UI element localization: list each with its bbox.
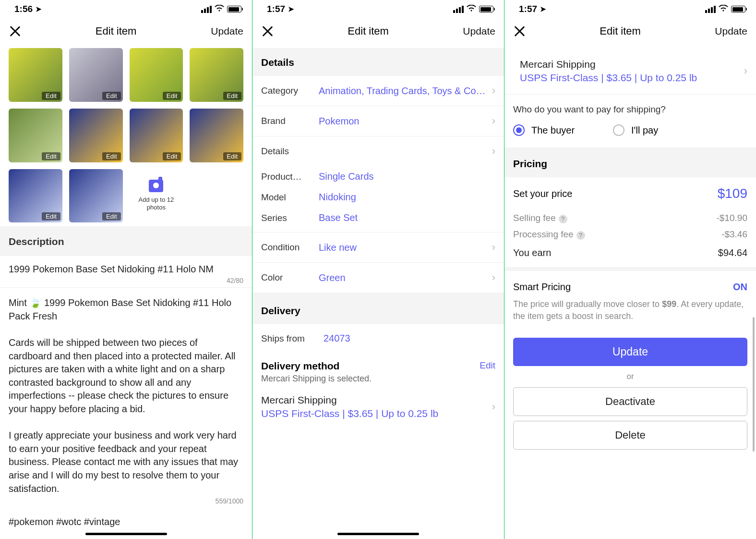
status-icons (453, 4, 493, 14)
add-photo-button[interactable]: Add up to 12 photos (130, 169, 183, 223)
chevron-right-icon: › (492, 85, 495, 97)
edit-photo-button[interactable]: Edit (102, 212, 120, 220)
smart-pricing-row[interactable]: Smart Pricing ON (504, 271, 756, 296)
location-icon: ➤ (288, 5, 294, 13)
description-value: Mint 🍃 1999 Pokemon Base Set Nidoking #1… (9, 296, 243, 495)
scrollbar[interactable] (753, 317, 755, 452)
chevron-right-icon: › (492, 401, 495, 413)
smart-pricing-desc: The price will gradually move closer to … (504, 296, 756, 333)
shipping-detail: USPS First-Class | $3.65 | Up to 0.25 lb (520, 72, 739, 84)
battery-icon (479, 6, 493, 12)
home-indicator[interactable] (85, 533, 167, 535)
edit-delivery-link[interactable]: Edit (480, 360, 495, 371)
page-title: Edit item (96, 25, 137, 37)
product-row: Product… Single Cards (252, 166, 504, 187)
product-value: Single Cards (319, 171, 495, 182)
category-value: Animation, Trading Cards, Toys & Collec… (319, 86, 487, 97)
processing-fee-value: -$3.46 (721, 229, 747, 240)
radio-icon (513, 124, 525, 136)
chevron-right-icon: › (744, 65, 747, 77)
photo-thumb[interactable]: Edit (69, 169, 123, 223)
location-icon: ➤ (36, 5, 42, 13)
brand-row[interactable]: Brand Pokemon › (252, 106, 504, 136)
signal-icon (201, 6, 212, 13)
close-icon[interactable] (513, 25, 526, 37)
edit-photo-button[interactable]: Edit (42, 92, 60, 100)
edit-photo-button[interactable]: Edit (223, 152, 241, 160)
description-header: Description (0, 226, 252, 256)
deactivate-button[interactable]: Deactivate (513, 387, 747, 416)
edit-photo-button[interactable]: Edit (42, 152, 60, 160)
photo-thumb[interactable]: Edit (9, 169, 62, 223)
edit-photo-button[interactable]: Edit (102, 152, 120, 160)
edit-photo-button[interactable]: Edit (223, 92, 241, 100)
set-price-row[interactable]: Set your price $109 (504, 177, 756, 210)
edit-photo-button[interactable]: Edit (163, 152, 181, 160)
photo-thumb[interactable]: Edit (69, 109, 123, 162)
signal-icon (705, 6, 716, 13)
details-label: Details (261, 146, 314, 157)
help-icon[interactable]: ? (559, 215, 567, 223)
radio-seller-label: I'll pay (631, 125, 658, 136)
status-time: 1:57 (519, 4, 537, 14)
processing-fee-label: Processing fee (513, 229, 574, 239)
photo-thumb[interactable]: Edit (190, 109, 243, 162)
close-icon[interactable] (9, 25, 21, 37)
help-icon[interactable]: ? (576, 231, 585, 240)
description-input[interactable]: Mint 🍃 1999 Pokemon Base Set Nidoking #1… (0, 288, 252, 508)
set-price-value: $109 (718, 186, 747, 201)
shipping-payer-question: Who do you want to pay for shipping? (504, 95, 756, 122)
screen-pricing: 1:57 ➤ Edit item Update Mercari Shipping… (504, 0, 756, 539)
color-row[interactable]: Color Green › (252, 263, 504, 293)
color-value: Green (319, 272, 487, 283)
radio-buyer[interactable]: The buyer (513, 124, 575, 136)
photo-thumb[interactable]: Edit (69, 48, 123, 102)
photo-thumb[interactable]: Edit (9, 109, 62, 162)
details-row[interactable]: Details › (252, 136, 504, 166)
photo-thumb[interactable]: Edit (130, 109, 183, 162)
you-earn-label: You earn (513, 247, 551, 258)
page-title: Edit item (348, 25, 389, 37)
photo-thumb[interactable]: Edit (130, 48, 183, 102)
delete-button[interactable]: Delete (513, 421, 747, 450)
photo-thumb[interactable]: Edit (9, 48, 62, 102)
edit-photo-button[interactable]: Edit (42, 212, 60, 220)
chevron-right-icon: › (492, 145, 495, 158)
shipping-payer-radios: The buyer I'll pay (504, 122, 756, 147)
status-icons (705, 4, 745, 14)
battery-icon (227, 6, 241, 12)
wifi-icon (719, 4, 728, 14)
shipsfrom-row[interactable]: Ships from 24073 (252, 324, 504, 353)
shipping-card[interactable]: Mercari Shipping USPS First-Class | $3.6… (252, 384, 504, 430)
you-earn-value: $94.64 (718, 247, 747, 258)
category-row[interactable]: Category Animation, Trading Cards, Toys … (252, 76, 504, 106)
selling-fee-label: Selling fee (513, 213, 556, 223)
home-indicator[interactable] (337, 533, 419, 535)
status-time: 1:57 (267, 4, 285, 14)
delivery-header: Delivery (252, 293, 504, 324)
title-char-count: 42/80 (9, 275, 243, 284)
nav-bar: Edit item Update (504, 15, 756, 48)
edit-photo-button[interactable]: Edit (163, 92, 181, 100)
radio-seller[interactable]: I'll pay (613, 124, 658, 136)
title-value: 1999 Pokemon Base Set Nidoking #11 Holo … (9, 264, 243, 275)
or-divider: or (504, 371, 756, 382)
update-link[interactable]: Update (715, 25, 747, 37)
close-icon[interactable] (261, 25, 274, 37)
location-icon: ➤ (540, 5, 546, 13)
update-button[interactable]: Update (513, 338, 747, 366)
update-link[interactable]: Update (211, 25, 243, 37)
wifi-icon (467, 4, 476, 14)
edit-photo-button[interactable]: Edit (102, 92, 120, 100)
photo-thumb[interactable]: Edit (190, 48, 243, 102)
condition-row[interactable]: Condition Like new › (252, 233, 504, 263)
shipping-card[interactable]: Mercari Shipping USPS First-Class | $3.6… (504, 48, 756, 95)
model-value: Nidoking (319, 192, 495, 203)
status-bar: 1:56 ➤ (0, 0, 252, 15)
title-input[interactable]: 1999 Pokemon Base Set Nidoking #11 Holo … (0, 256, 252, 288)
series-label: Series (261, 213, 314, 223)
status-bar: 1:57 ➤ (504, 0, 756, 15)
radio-icon (613, 124, 624, 136)
camera-icon (149, 180, 163, 192)
update-link[interactable]: Update (463, 25, 495, 37)
